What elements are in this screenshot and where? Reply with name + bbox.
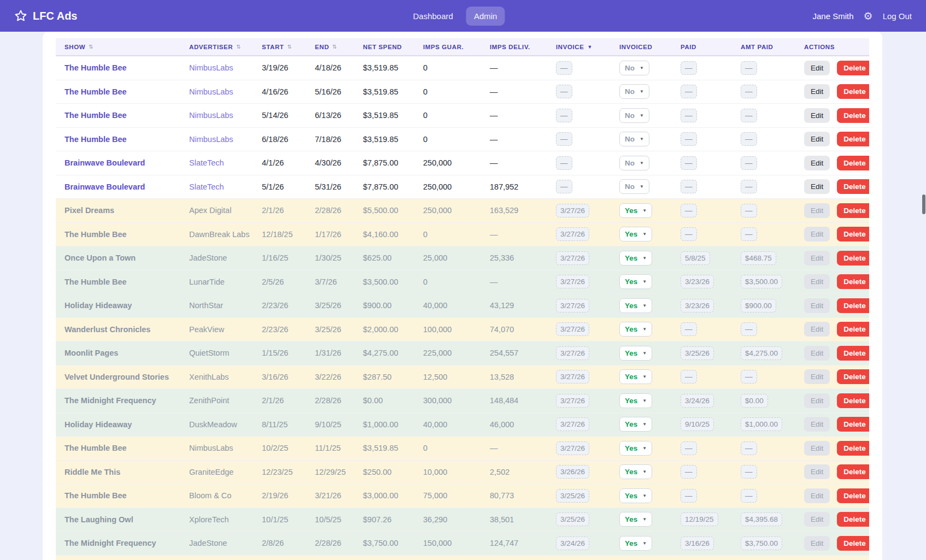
advertiser-link[interactable]: NimbusLabs — [180, 135, 253, 144]
invoice-date-field[interactable]: 3/27/26 — [556, 394, 589, 408]
sort-icon[interactable]: ⇅ — [287, 44, 292, 50]
invoiced-select[interactable]: No ▼ — [619, 156, 649, 170]
sort-icon[interactable]: ⇅ — [332, 44, 337, 50]
delete-button[interactable]: Delete — [837, 441, 869, 456]
column-header-start[interactable]: START⇅ — [253, 44, 306, 50]
edit-button[interactable]: Edit — [804, 179, 830, 194]
paid-date-field[interactable]: 5/8/25 — [681, 251, 710, 265]
paid-date-field[interactable]: 3/23/26 — [681, 299, 714, 313]
paid-date-field[interactable]: 3/25/26 — [681, 346, 714, 360]
paid-date-field[interactable]: 3/23/26 — [681, 275, 714, 288]
amt-paid-field[interactable]: $1,000.00 — [741, 417, 782, 431]
edit-button[interactable]: Edit — [804, 84, 830, 99]
sort-icon[interactable]: ⇅ — [236, 44, 241, 50]
invoice-date-field[interactable]: 3/26/26 — [556, 465, 589, 479]
paid-date-field[interactable]: — — [681, 180, 697, 193]
delete-button[interactable]: Delete — [837, 108, 869, 123]
logout-link[interactable]: Log Out — [883, 11, 912, 21]
advertiser-link[interactable]: SlateTech — [180, 158, 253, 167]
paid-date-field[interactable]: — — [681, 61, 697, 75]
invoiced-select[interactable]: Yes ▼ — [619, 322, 652, 337]
invoiced-select[interactable]: Yes ▼ — [619, 369, 652, 384]
vertical-scrollbar-thumb[interactable] — [922, 194, 925, 214]
paid-date-field[interactable]: — — [681, 85, 697, 98]
paid-date-field[interactable]: — — [681, 204, 697, 217]
invoiced-select[interactable]: Yes ▼ — [619, 417, 652, 432]
delete-button[interactable]: Delete — [837, 179, 869, 194]
nav-link-dashboard[interactable]: Dashboard — [405, 7, 460, 26]
delete-button[interactable]: Delete — [837, 84, 869, 99]
paid-date-field[interactable]: — — [681, 465, 697, 479]
amt-paid-field[interactable]: — — [741, 132, 757, 146]
advertiser-link[interactable]: NimbusLabs — [180, 111, 253, 120]
amt-paid-field[interactable]: — — [741, 180, 757, 193]
paid-date-field[interactable]: — — [681, 132, 697, 146]
sort-icon[interactable]: ⇅ — [89, 44, 93, 50]
invoiced-select[interactable]: Yes ▼ — [619, 488, 652, 503]
edit-button[interactable]: Edit — [804, 61, 830, 75]
invoice-date-field[interactable]: — — [556, 180, 572, 193]
invoiced-select[interactable]: No ▼ — [619, 84, 649, 99]
edit-button[interactable]: Edit — [804, 156, 830, 170]
invoice-date-field[interactable]: 3/27/26 — [556, 417, 589, 431]
invoiced-select[interactable]: Yes ▼ — [619, 346, 652, 361]
invoice-date-field[interactable]: — — [556, 85, 572, 98]
amt-paid-field[interactable]: — — [741, 370, 757, 384]
invoice-date-field[interactable]: 3/24/26 — [556, 537, 589, 550]
paid-date-field[interactable]: — — [681, 370, 697, 384]
advertiser-link[interactable]: NimbusLabs — [180, 87, 253, 96]
delete-button[interactable]: Delete — [837, 512, 869, 527]
delete-button[interactable]: Delete — [837, 132, 869, 146]
show-link[interactable]: The Humble Bee — [56, 87, 180, 96]
edit-button[interactable]: Edit — [804, 108, 830, 123]
paid-date-field[interactable]: — — [681, 109, 697, 122]
paid-date-field[interactable]: 3/24/26 — [681, 394, 714, 408]
amt-paid-field[interactable]: $468.75 — [741, 251, 776, 265]
edit-button[interactable]: Edit — [804, 132, 830, 146]
delete-button[interactable]: Delete — [837, 464, 869, 479]
show-link[interactable]: Brainwave Boulevard — [56, 158, 180, 167]
delete-button[interactable]: Delete — [837, 156, 869, 170]
amt-paid-field[interactable]: — — [741, 156, 757, 170]
advertiser-link[interactable]: SlateTech — [180, 182, 253, 191]
delete-button[interactable]: Delete — [837, 393, 869, 408]
delete-button[interactable]: Delete — [837, 203, 869, 218]
show-link[interactable]: The Humble Bee — [56, 135, 180, 144]
amt-paid-field[interactable]: — — [741, 109, 757, 122]
amt-paid-field[interactable]: — — [741, 61, 757, 75]
amt-paid-field[interactable]: — — [741, 465, 757, 479]
amt-paid-field[interactable]: — — [741, 204, 757, 217]
sort-desc-icon[interactable]: ▼ — [588, 44, 593, 50]
invoiced-select[interactable]: No ▼ — [619, 179, 649, 194]
invoice-date-field[interactable]: 3/25/26 — [556, 489, 589, 503]
show-link[interactable]: The Humble Bee — [56, 111, 180, 120]
invoice-date-field[interactable]: 3/27/26 — [556, 275, 589, 288]
amt-paid-field[interactable]: $4,275.00 — [741, 346, 782, 360]
delete-button[interactable]: Delete — [837, 369, 869, 384]
invoiced-select[interactable]: Yes ▼ — [619, 298, 652, 313]
show-link[interactable]: The Humble Bee — [56, 63, 180, 72]
amt-paid-field[interactable]: $0.00 — [741, 394, 768, 408]
invoiced-select[interactable]: Yes ▼ — [619, 441, 652, 456]
show-link[interactable]: Brainwave Boulevard — [56, 182, 180, 191]
invoice-date-field[interactable]: — — [556, 132, 572, 146]
delete-button[interactable]: Delete — [837, 274, 869, 289]
invoiced-select[interactable]: Yes ▼ — [619, 274, 652, 289]
invoiced-select[interactable]: No ▼ — [619, 61, 649, 75]
invoice-date-field[interactable]: 3/27/26 — [556, 227, 589, 241]
invoiced-select[interactable]: Yes ▼ — [619, 536, 652, 551]
paid-date-field[interactable]: — — [681, 441, 697, 455]
delete-button[interactable]: Delete — [837, 417, 869, 432]
delete-button[interactable]: Delete — [837, 227, 869, 241]
amt-paid-field[interactable]: — — [741, 85, 757, 98]
invoiced-select[interactable]: Yes ▼ — [619, 203, 652, 218]
paid-date-field[interactable]: — — [681, 489, 697, 503]
delete-button[interactable]: Delete — [837, 346, 869, 361]
delete-button[interactable]: Delete — [837, 322, 869, 337]
nav-link-admin[interactable]: Admin — [466, 7, 505, 26]
amt-paid-field[interactable]: $900.00 — [741, 299, 776, 313]
paid-date-field[interactable]: 3/16/26 — [681, 537, 714, 550]
advertiser-link[interactable]: NimbusLabs — [180, 63, 253, 72]
invoice-date-field[interactable]: — — [556, 109, 572, 122]
paid-date-field[interactable]: — — [681, 227, 697, 241]
